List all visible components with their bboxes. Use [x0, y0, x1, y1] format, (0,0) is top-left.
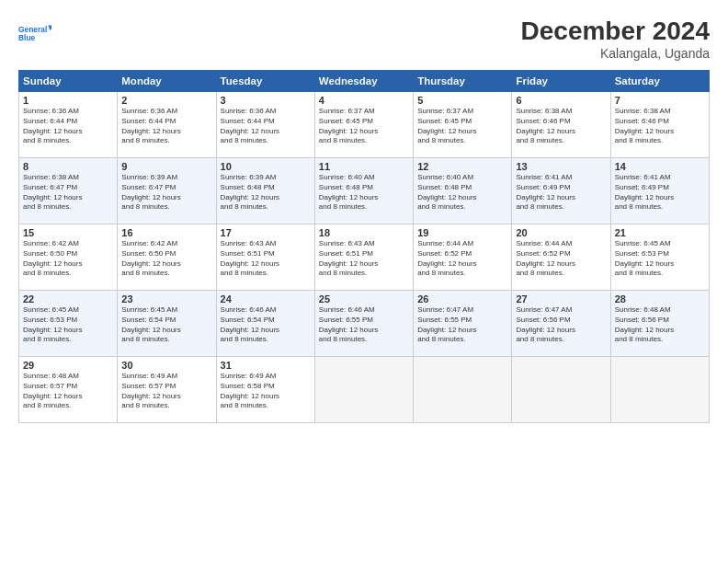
day-number: 29 [23, 360, 113, 371]
day-number: 28 [615, 293, 705, 304]
col-header-tuesday: Tuesday [216, 71, 314, 92]
day-number: 20 [516, 227, 606, 238]
day-cell: 27Sunrise: 6:47 AM Sunset: 6:56 PM Dayli… [512, 291, 610, 357]
header: General Blue December 2024 Kalangala, Ug… [18, 17, 710, 61]
day-number: 3 [221, 95, 311, 106]
day-info: Sunrise: 6:42 AM Sunset: 6:50 PM Dayligh… [121, 239, 211, 279]
day-number: 30 [121, 360, 211, 371]
day-info: Sunrise: 6:48 AM Sunset: 6:57 PM Dayligh… [23, 372, 113, 411]
day-cell: 21Sunrise: 6:45 AM Sunset: 6:53 PM Dayli… [610, 224, 709, 291]
day-info: Sunrise: 6:45 AM Sunset: 6:53 PM Dayligh… [23, 305, 113, 345]
week-row-2: 8Sunrise: 6:38 AM Sunset: 6:47 PM Daylig… [19, 158, 710, 224]
day-cell: 19Sunrise: 6:44 AM Sunset: 6:52 PM Dayli… [414, 224, 512, 291]
day-info: Sunrise: 6:39 AM Sunset: 6:48 PM Dayligh… [221, 173, 311, 213]
day-cell: 23Sunrise: 6:45 AM Sunset: 6:54 PM Dayli… [118, 291, 216, 357]
week-row-3: 15Sunrise: 6:42 AM Sunset: 6:50 PM Dayli… [19, 224, 710, 291]
day-cell [314, 357, 413, 423]
day-info: Sunrise: 6:38 AM Sunset: 6:46 PM Dayligh… [615, 107, 705, 146]
day-info: Sunrise: 6:49 AM Sunset: 6:58 PM Dayligh… [221, 372, 311, 411]
day-cell: 7Sunrise: 6:38 AM Sunset: 6:46 PM Daylig… [610, 92, 709, 158]
col-header-wednesday: Wednesday [314, 71, 413, 92]
day-number: 13 [516, 161, 606, 172]
day-number: 7 [615, 95, 705, 106]
day-info: Sunrise: 6:46 AM Sunset: 6:54 PM Dayligh… [221, 305, 311, 345]
day-cell: 28Sunrise: 6:48 AM Sunset: 6:56 PM Dayli… [610, 291, 709, 357]
day-number: 21 [615, 227, 705, 238]
day-info: Sunrise: 6:45 AM Sunset: 6:54 PM Dayligh… [121, 305, 211, 345]
day-cell: 8Sunrise: 6:38 AM Sunset: 6:47 PM Daylig… [19, 158, 118, 224]
main-title: December 2024 [521, 17, 710, 46]
day-cell: 30Sunrise: 6:49 AM Sunset: 6:57 PM Dayli… [118, 357, 216, 423]
day-info: Sunrise: 6:37 AM Sunset: 6:45 PM Dayligh… [417, 107, 507, 146]
day-info: Sunrise: 6:40 AM Sunset: 6:48 PM Dayligh… [417, 173, 507, 213]
day-number: 2 [121, 95, 211, 106]
col-header-friday: Friday [512, 71, 610, 92]
day-cell: 24Sunrise: 6:46 AM Sunset: 6:54 PM Dayli… [216, 291, 314, 357]
svg-marker-2 [48, 26, 51, 31]
day-cell [512, 357, 610, 423]
day-info: Sunrise: 6:39 AM Sunset: 6:47 PM Dayligh… [121, 173, 211, 213]
day-cell: 25Sunrise: 6:46 AM Sunset: 6:55 PM Dayli… [314, 291, 413, 357]
day-number: 16 [121, 227, 211, 238]
day-cell: 17Sunrise: 6:43 AM Sunset: 6:51 PM Dayli… [216, 224, 314, 291]
day-info: Sunrise: 6:36 AM Sunset: 6:44 PM Dayligh… [221, 107, 311, 146]
day-number: 24 [221, 293, 311, 304]
calendar-table: SundayMondayTuesdayWednesdayThursdayFrid… [18, 70, 710, 423]
day-number: 9 [121, 161, 211, 172]
day-cell: 1Sunrise: 6:36 AM Sunset: 6:44 PM Daylig… [19, 92, 118, 158]
day-number: 22 [23, 293, 113, 304]
day-number: 26 [417, 293, 507, 304]
day-number: 15 [23, 227, 113, 238]
day-cell: 11Sunrise: 6:40 AM Sunset: 6:48 PM Dayli… [314, 158, 413, 224]
day-number: 12 [417, 161, 507, 172]
svg-text:Blue: Blue [18, 33, 36, 42]
day-number: 23 [121, 293, 211, 304]
day-number: 5 [417, 95, 507, 106]
day-cell: 6Sunrise: 6:38 AM Sunset: 6:46 PM Daylig… [512, 92, 610, 158]
week-row-1: 1Sunrise: 6:36 AM Sunset: 6:44 PM Daylig… [19, 92, 710, 158]
day-info: Sunrise: 6:38 AM Sunset: 6:46 PM Dayligh… [516, 107, 606, 146]
day-info: Sunrise: 6:40 AM Sunset: 6:48 PM Dayligh… [319, 173, 409, 213]
day-cell: 12Sunrise: 6:40 AM Sunset: 6:48 PM Dayli… [414, 158, 512, 224]
day-cell: 10Sunrise: 6:39 AM Sunset: 6:48 PM Dayli… [216, 158, 314, 224]
day-cell: 26Sunrise: 6:47 AM Sunset: 6:55 PM Dayli… [414, 291, 512, 357]
day-number: 14 [615, 161, 705, 172]
col-header-sunday: Sunday [19, 71, 118, 92]
day-number: 18 [319, 227, 409, 238]
col-header-saturday: Saturday [610, 71, 709, 92]
day-number: 19 [417, 227, 507, 238]
page: General Blue December 2024 Kalangala, Ug… [0, 0, 728, 563]
day-cell: 15Sunrise: 6:42 AM Sunset: 6:50 PM Dayli… [19, 224, 118, 291]
day-number: 25 [319, 293, 409, 304]
day-info: Sunrise: 6:43 AM Sunset: 6:51 PM Dayligh… [319, 239, 409, 279]
day-cell: 29Sunrise: 6:48 AM Sunset: 6:57 PM Dayli… [19, 357, 118, 423]
day-number: 17 [221, 227, 311, 238]
day-info: Sunrise: 6:43 AM Sunset: 6:51 PM Dayligh… [221, 239, 311, 279]
day-info: Sunrise: 6:38 AM Sunset: 6:47 PM Dayligh… [23, 173, 113, 213]
day-cell: 14Sunrise: 6:41 AM Sunset: 6:49 PM Dayli… [610, 158, 709, 224]
day-info: Sunrise: 6:41 AM Sunset: 6:49 PM Dayligh… [516, 173, 606, 213]
day-info: Sunrise: 6:42 AM Sunset: 6:50 PM Dayligh… [23, 239, 113, 279]
day-info: Sunrise: 6:44 AM Sunset: 6:52 PM Dayligh… [516, 239, 606, 279]
day-cell: 5Sunrise: 6:37 AM Sunset: 6:45 PM Daylig… [414, 92, 512, 158]
day-number: 10 [221, 161, 311, 172]
day-number: 31 [221, 360, 311, 371]
day-number: 27 [516, 293, 606, 304]
svg-text:General: General [18, 25, 47, 34]
day-info: Sunrise: 6:36 AM Sunset: 6:44 PM Dayligh… [23, 107, 113, 146]
day-info: Sunrise: 6:45 AM Sunset: 6:53 PM Dayligh… [615, 239, 705, 279]
day-info: Sunrise: 6:47 AM Sunset: 6:55 PM Dayligh… [417, 305, 507, 345]
col-header-thursday: Thursday [414, 71, 512, 92]
day-cell: 22Sunrise: 6:45 AM Sunset: 6:53 PM Dayli… [19, 291, 118, 357]
day-number: 4 [319, 95, 409, 106]
header-row: SundayMondayTuesdayWednesdayThursdayFrid… [19, 71, 710, 92]
day-cell: 3Sunrise: 6:36 AM Sunset: 6:44 PM Daylig… [216, 92, 314, 158]
day-info: Sunrise: 6:48 AM Sunset: 6:56 PM Dayligh… [615, 305, 705, 345]
day-cell: 2Sunrise: 6:36 AM Sunset: 6:44 PM Daylig… [118, 92, 216, 158]
day-cell: 16Sunrise: 6:42 AM Sunset: 6:50 PM Dayli… [118, 224, 216, 291]
day-info: Sunrise: 6:36 AM Sunset: 6:44 PM Dayligh… [121, 107, 211, 146]
logo: General Blue [18, 17, 51, 50]
subtitle: Kalangala, Uganda [521, 46, 710, 61]
day-info: Sunrise: 6:44 AM Sunset: 6:52 PM Dayligh… [417, 239, 507, 279]
day-number: 1 [23, 95, 113, 106]
